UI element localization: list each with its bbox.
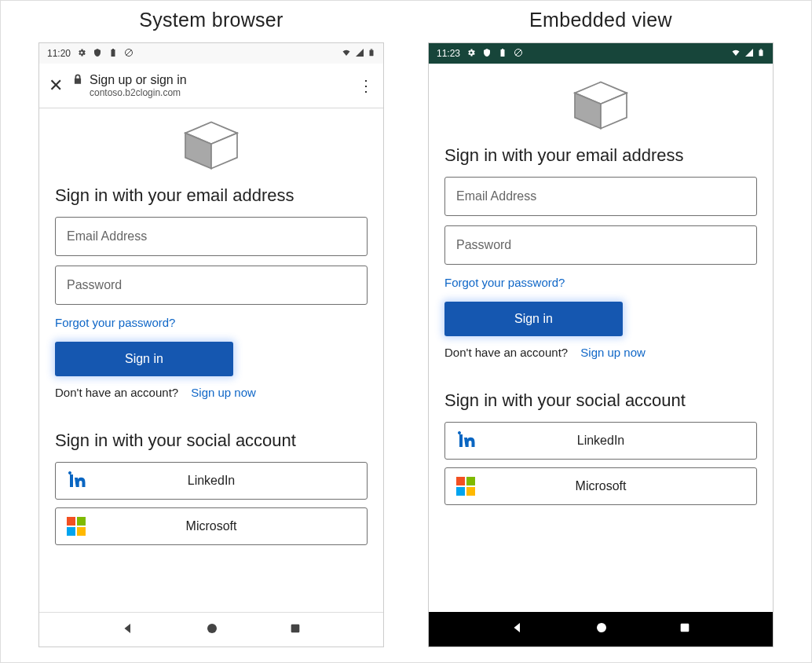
svg-point-20 <box>597 623 606 632</box>
signin-heading: Sign in with your email address <box>444 145 757 166</box>
recents-icon[interactable] <box>678 621 691 637</box>
linkedin-button[interactable]: LinkedIn <box>444 422 757 460</box>
forgot-password-link[interactable]: Forgot your password? <box>55 316 368 329</box>
signin-button[interactable]: Sign in <box>444 302 623 336</box>
status-bar: 11:23 <box>429 43 773 64</box>
microsoft-button[interactable]: Microsoft <box>55 507 368 545</box>
app-logo <box>444 79 757 131</box>
app-logo <box>55 119 368 171</box>
svg-point-9 <box>207 624 217 633</box>
signup-link[interactable]: Sign up now <box>580 346 646 359</box>
svg-line-3 <box>126 49 132 55</box>
no-icon <box>124 48 134 60</box>
android-nav-bar <box>429 612 773 647</box>
svg-rect-0 <box>112 49 115 57</box>
phone-system-browser: 11:20 ✕ Sign up or sign in contoso.b2clo… <box>38 42 384 647</box>
right-column-title: Embedded view <box>529 9 672 31</box>
signin-content: Sign in with your email address Forgot y… <box>39 108 383 612</box>
battery-icon <box>108 48 118 60</box>
svg-line-14 <box>516 49 521 55</box>
linkedin-icon <box>456 431 478 450</box>
close-icon[interactable]: ✕ <box>49 75 63 96</box>
page-domain: contoso.b2clogin.com <box>90 87 187 98</box>
linkedin-button[interactable]: LinkedIn <box>55 462 368 500</box>
menu-icon[interactable]: ⋮ <box>358 76 374 95</box>
home-icon[interactable] <box>594 621 609 638</box>
signin-content: Sign in with your email address Forgot y… <box>429 64 773 612</box>
home-icon[interactable] <box>205 621 219 639</box>
svg-rect-5 <box>371 49 373 49</box>
svg-rect-1 <box>112 49 114 49</box>
social-heading: Sign in with your social account <box>444 390 757 411</box>
linkedin-label: LinkedIn <box>478 434 745 448</box>
settings-icon <box>466 48 476 60</box>
linkedin-icon <box>67 471 89 490</box>
svg-rect-16 <box>760 49 763 49</box>
status-bar: 11:20 <box>39 43 383 64</box>
phone-embedded-view: 11:23 Sign in with your email address Fo… <box>428 42 774 647</box>
signin-button[interactable]: Sign in <box>55 342 233 376</box>
status-time: 11:23 <box>437 48 460 59</box>
cube-icon <box>177 119 246 171</box>
signal-icon <box>744 48 754 60</box>
back-icon[interactable] <box>121 621 135 639</box>
svg-rect-10 <box>291 624 299 632</box>
shield-icon <box>93 48 102 60</box>
android-nav-bar <box>39 612 383 647</box>
no-account-text: Don't have an account? <box>55 386 178 399</box>
signup-row: Don't have an account? Sign up now <box>444 346 757 359</box>
microsoft-button[interactable]: Microsoft <box>444 467 757 505</box>
svg-rect-12 <box>502 49 503 49</box>
forgot-password-link[interactable]: Forgot your password? <box>444 276 757 289</box>
browser-address-bar: ✕ Sign up or sign in contoso.b2clogin.co… <box>39 64 383 108</box>
email-field[interactable] <box>55 217 368 256</box>
email-field[interactable] <box>444 177 757 216</box>
back-icon[interactable] <box>510 621 525 638</box>
microsoft-icon <box>456 477 478 496</box>
page-title: Sign up or sign in <box>90 72 187 87</box>
status-time: 11:20 <box>47 48 71 59</box>
microsoft-icon <box>67 517 89 536</box>
svg-rect-4 <box>370 49 374 55</box>
password-field[interactable] <box>55 266 368 305</box>
left-column-title: System browser <box>139 9 283 31</box>
linkedin-label: LinkedIn <box>89 474 356 488</box>
shield-icon <box>482 48 492 60</box>
battery-full-icon <box>368 47 375 60</box>
microsoft-label: Microsoft <box>478 479 745 493</box>
lock-icon <box>72 74 83 88</box>
microsoft-label: Microsoft <box>89 519 356 533</box>
signin-heading: Sign in with your email address <box>55 185 368 206</box>
signup-link[interactable]: Sign up now <box>191 386 256 399</box>
wifi-icon <box>730 48 741 60</box>
svg-rect-21 <box>680 624 689 632</box>
battery-full-icon <box>757 47 765 60</box>
settings-icon <box>77 48 86 60</box>
no-account-text: Don't have an account? <box>444 346 568 359</box>
social-heading: Sign in with your social account <box>55 430 368 451</box>
signal-icon <box>355 48 364 60</box>
battery-icon <box>498 48 507 60</box>
svg-rect-15 <box>759 49 763 55</box>
no-icon <box>514 48 523 60</box>
signup-row: Don't have an account? Sign up now <box>55 386 368 399</box>
wifi-icon <box>341 48 352 60</box>
password-field[interactable] <box>444 225 757 265</box>
cube-icon <box>566 79 635 131</box>
recents-icon[interactable] <box>289 622 302 638</box>
svg-rect-11 <box>501 49 505 57</box>
